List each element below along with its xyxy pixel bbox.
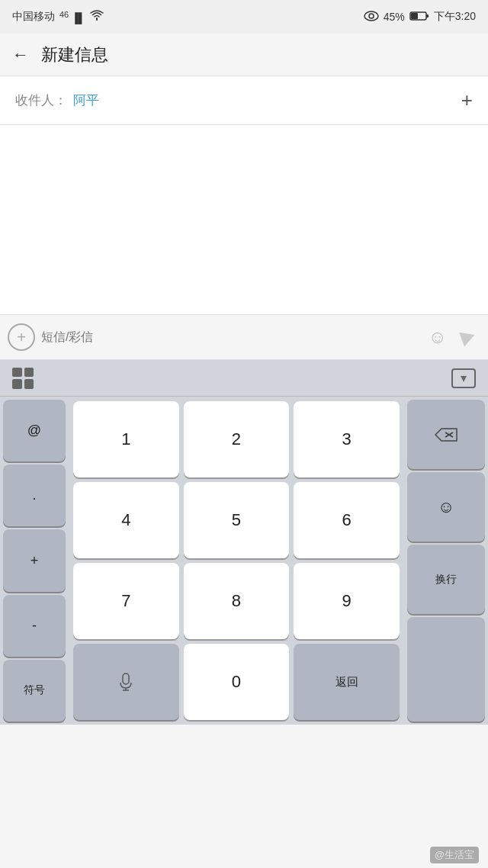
compose-bar: + ☺ (0, 314, 488, 360)
status-left: 中国移动 46 ▐▌ (12, 10, 104, 24)
key-8[interactable]: 8 (184, 563, 290, 639)
key-7[interactable]: 7 (73, 563, 179, 639)
send-button[interactable] (453, 323, 480, 351)
keyboard-grid-button[interactable] (12, 368, 34, 389)
message-input[interactable] (41, 323, 422, 352)
key-1[interactable]: 1 (73, 401, 179, 477)
keyboard-hide-button[interactable] (451, 368, 476, 388)
svg-point-0 (364, 11, 378, 21)
key-2[interactable]: 2 (184, 401, 290, 477)
key-0[interactable]: 0 (184, 644, 290, 720)
emoji-button[interactable]: ☺ (428, 326, 447, 348)
status-bar: 中国移动 46 ▐▌ 45% (0, 0, 488, 34)
keyboard: @ . + - 符号 1 2 3 4 5 6 7 8 9 0 返回 (0, 397, 488, 725)
battery-icon (409, 11, 429, 24)
key-backspace[interactable] (407, 400, 485, 469)
battery-text: 45% (384, 11, 405, 23)
back-button[interactable]: ← (12, 45, 29, 65)
key-dot[interactable]: . (3, 465, 66, 526)
keyboard-toolbar (0, 360, 488, 397)
key-enter[interactable] (407, 617, 485, 722)
key-return[interactable]: 返回 (294, 644, 400, 720)
recipient-label: 收件人： (15, 92, 67, 109)
time-text: 下午3:20 (434, 10, 476, 24)
add-recipient-button[interactable]: + (461, 88, 473, 112)
attach-button[interactable]: + (8, 323, 35, 351)
svg-rect-3 (426, 14, 429, 18)
key-9[interactable]: 9 (294, 563, 400, 639)
key-symbol[interactable]: 符号 (3, 660, 66, 722)
svg-rect-5 (123, 674, 129, 684)
page-title: 新建信息 (41, 43, 108, 66)
key-plus[interactable]: + (3, 529, 66, 591)
key-6[interactable]: 6 (294, 482, 400, 558)
keyboard-main: 1 2 3 4 5 6 7 8 9 0 返回 (69, 397, 404, 725)
svg-rect-4 (411, 13, 418, 19)
key-newline[interactable]: 换行 (407, 545, 485, 614)
carrier-text: 中国移动 (12, 10, 55, 24)
signal-icon: 46 ▐▌ (59, 10, 85, 24)
keyboard-side-left: @ . + - 符号 (0, 397, 69, 725)
key-emoji[interactable]: ☺ (407, 472, 485, 542)
key-5[interactable]: 5 (184, 482, 290, 558)
header: ← 新建信息 (0, 34, 488, 76)
status-right: 45% 下午3:20 (364, 10, 476, 24)
message-body[interactable] (0, 125, 488, 314)
send-icon (459, 328, 477, 347)
key-at[interactable]: @ (3, 400, 66, 461)
wifi-icon (90, 10, 104, 23)
key-3[interactable]: 3 (294, 401, 400, 477)
watermark: @生活宝 (430, 847, 479, 863)
eye-icon (364, 11, 379, 24)
recipient-row: 收件人： 阿平 + (0, 76, 488, 125)
svg-point-1 (369, 14, 374, 18)
key-4[interactable]: 4 (73, 482, 179, 558)
keyboard-side-right: ☺ 换行 (404, 397, 488, 725)
key-mic[interactable] (73, 644, 179, 720)
recipient-name[interactable]: 阿平 (73, 92, 461, 109)
key-minus[interactable]: - (3, 595, 66, 657)
